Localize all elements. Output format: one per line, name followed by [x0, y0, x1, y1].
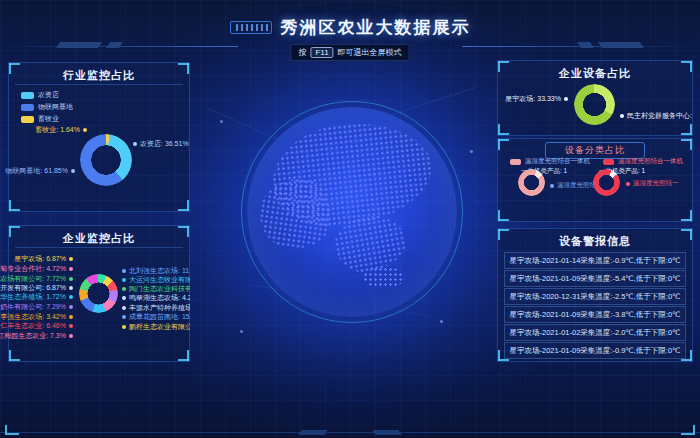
sparkle	[440, 320, 443, 323]
sparkle	[240, 330, 243, 333]
label-dot	[122, 269, 126, 273]
pie-label: 温湿度光照结一	[626, 179, 688, 188]
alarm-info-panel: 设备警报信息 星宇农场-2021-01-14采集温度:-0.9℃,低于下限:0℃…	[497, 228, 693, 362]
pie-label: 鸣翠湖生态农场: 4.29%	[122, 293, 190, 303]
label-dot	[122, 315, 126, 319]
pie-label: 红梅园生态农业: 7.3%	[9, 331, 73, 341]
logo-badge	[230, 21, 272, 34]
pie-label: 星宇农场: 6.87%	[9, 254, 73, 264]
pie-label: 民主村党群服务中心:	[620, 111, 692, 121]
label-dot	[122, 278, 126, 282]
page-title: 秀洲区农业大数据展示	[281, 16, 471, 39]
label-dot	[69, 267, 73, 271]
footer-decor	[298, 430, 328, 435]
legend-label: 畜牧业	[38, 114, 59, 124]
class-donut-right[interactable]	[593, 169, 620, 196]
globe-visualization	[247, 107, 457, 317]
label-dot	[564, 97, 568, 101]
legend-label: 物联网基地	[38, 102, 73, 112]
device-class-panel: 设备分类占比 温湿度光照结合一体机 温湿度光照结合一体机 一体机类产品: 1 一…	[497, 138, 693, 222]
title-divider	[15, 247, 183, 248]
footer-corner-right	[681, 425, 695, 435]
hint-prefix: 按	[298, 47, 306, 58]
pie-label: 仁丰生态农业: 6.46%	[9, 321, 73, 331]
alarm-row: 星宇农场-2021-01-09采集温度:-0.9℃,低于下限:0℃	[504, 342, 686, 359]
label-dot	[626, 182, 630, 186]
pie-label: 绿诚葡萄专业合作社: 4.72%	[9, 264, 73, 274]
header-decor	[598, 42, 644, 48]
footer-corner-left	[5, 425, 19, 435]
alarm-row: 星宇农场-2021-01-14采集温度:-0.9℃,低于下限:0℃	[504, 252, 686, 269]
header-decor	[106, 42, 123, 48]
device-ratio-panel: 企业设备占比 星宇农场: 33.33% 民主村党群服务中心:	[497, 60, 693, 136]
panel-title: 设备警报信息	[498, 229, 692, 249]
footer-line	[0, 432, 700, 433]
panel-title: 企业监控占比	[9, 226, 189, 246]
pie-label: 畜牧业: 1.64%	[27, 125, 87, 135]
label-dot	[122, 287, 126, 291]
label-dot	[69, 315, 73, 319]
enterprise-donut-chart[interactable]	[79, 274, 118, 313]
device-donut-chart[interactable]	[574, 84, 615, 125]
pie-label: 农资店: 36.51%	[133, 139, 189, 149]
alarm-row: 星宇农场-2020-12-31采集温度:-2.5℃,低于下限:0℃	[504, 288, 686, 305]
label-dot	[69, 295, 73, 299]
class-donut-left[interactable]	[518, 169, 545, 196]
label-dot	[122, 325, 126, 329]
pie-label: 温湿度光照结一	[550, 181, 594, 190]
label-dot	[69, 334, 73, 338]
legend-swatch	[510, 159, 521, 165]
header-decor	[577, 42, 594, 48]
panel-title: 企业设备占比	[498, 61, 692, 81]
legend-swatch	[21, 116, 34, 123]
fullscreen-hint: 按 F11 即可退出全屏模式	[290, 44, 409, 61]
title-divider	[15, 84, 183, 85]
enterprise-monitor-panel: 企业监控占比 星宇农场: 6.87% 绿诚葡萄专业合作社: 4.72% 家骏农场…	[8, 225, 190, 362]
label-dot	[69, 324, 73, 328]
sparkle	[220, 120, 223, 123]
legend-item[interactable]: 畜牧业	[21, 114, 59, 124]
dashboard: 秀洲区农业大数据展示 按 F11 即可退出全屏模式 行业监控占比 农资店 物联网…	[0, 0, 700, 438]
pie-label: 七华生态养殖场: 1.72%	[9, 292, 73, 302]
alarm-row: 星宇农场-2021-01-09采集温度:-3.8℃,低于下限:0℃	[504, 306, 686, 323]
pie-label: 成章花园苗圃地: 15.02%	[122, 312, 190, 322]
legend-swatch	[21, 104, 34, 111]
label-dot	[83, 128, 87, 132]
pie-label: 中奶牛有限公司: 7.29%	[9, 302, 73, 312]
pie-label: 鹏程生态农业有限公司: 6.87%	[122, 322, 190, 332]
label-dot	[122, 296, 126, 300]
label-dot	[550, 184, 554, 188]
legend-swatch	[21, 92, 34, 99]
sparkle	[470, 150, 473, 153]
hint-suffix: 即可退出全屏模式	[338, 47, 402, 58]
legend-swatch	[603, 159, 614, 165]
legend-item[interactable]: 温湿度光照结合一体机	[510, 157, 590, 166]
legend-item[interactable]: 农资店	[21, 90, 59, 100]
legend-label: 温湿度光照结合一体机	[618, 157, 683, 166]
footer-decor	[372, 430, 402, 435]
label-dot	[69, 257, 73, 261]
label-dot	[69, 286, 73, 290]
legend-item[interactable]: 物联网基地	[21, 102, 73, 112]
legend-item[interactable]: 温湿度光照结合一体机	[603, 157, 683, 166]
label-dot	[71, 169, 75, 173]
alarm-row: 星宇农场-2021-01-02采集温度:-2.0℃,低于下限:0℃	[504, 324, 686, 341]
label-dot	[133, 142, 137, 146]
f11-keycap: F11	[310, 47, 333, 58]
globe-rim	[241, 101, 463, 323]
pie-label: 物联网基地: 61.85%	[9, 166, 75, 176]
pie-label: 星宇农场: 33.33%	[500, 94, 568, 104]
label-dot	[69, 305, 73, 309]
label-dot	[620, 114, 624, 118]
header-decor	[56, 42, 102, 48]
legend-label: 农资店	[38, 90, 59, 100]
industry-donut-chart[interactable]	[80, 134, 132, 186]
industry-monitor-panel: 行业监控占比 农资店 物联网基地 畜牧业 畜牧业: 1.64% 农资店: 36.…	[8, 62, 190, 212]
label-dot	[122, 306, 126, 310]
legend-label: 温湿度光照结合一体机	[525, 157, 590, 166]
label-dot	[69, 277, 73, 281]
alarm-row: 星宇农场-2021-01-09采集温度:-5.4℃,低于下限:0℃	[504, 270, 686, 287]
panel-title: 行业监控占比	[9, 63, 189, 83]
